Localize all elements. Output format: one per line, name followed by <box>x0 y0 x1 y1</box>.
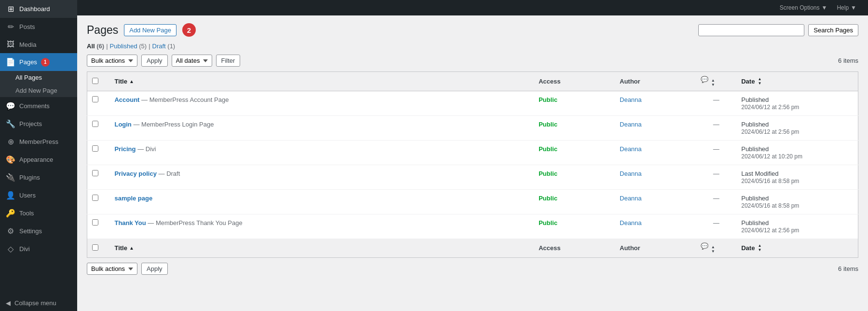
row-access-cell: Public <box>534 214 615 239</box>
search-pages-button[interactable]: Search Pages <box>808 24 858 36</box>
add-new-page-button[interactable]: Add New Page <box>124 24 176 36</box>
access-footer: Access <box>534 239 615 258</box>
row-checkbox-cell <box>87 141 110 165</box>
sidebar-item-settings[interactable]: ⚙ Settings <box>0 222 77 240</box>
page-title-link-2[interactable]: Pricing <box>114 145 136 153</box>
all-dates-select[interactable]: All dates <box>172 55 212 67</box>
comments-value-4: — <box>713 195 719 202</box>
access-value-4: Public <box>539 195 557 202</box>
title-sort-link[interactable]: Title ▲ <box>114 78 134 85</box>
page-title-link-5[interactable]: Thank You <box>114 219 146 226</box>
users-icon: 👤 <box>6 191 15 200</box>
sidebar-sub-item-all-pages[interactable]: All Pages <box>0 71 77 84</box>
filter-all[interactable]: All (6) <box>87 42 104 50</box>
row-checkbox-cell <box>87 91 110 116</box>
access-value-2: Public <box>539 145 557 153</box>
pages-icon: 📄 <box>6 57 15 67</box>
row-checkbox-0[interactable] <box>92 96 98 102</box>
row-author-cell: Deanna <box>615 165 696 190</box>
table-row: Privacy policy — Draft Public Deanna — L… <box>87 165 858 190</box>
bulk-actions-select[interactable]: Bulk actions <box>87 55 137 67</box>
table-footer-row: Title ▲ Access Author 💬 ▲▼ Date <box>87 239 858 258</box>
title-sort-arrow: ▲ <box>129 79 134 84</box>
sidebar-sub-item-add-new-page[interactable]: Add New Page <box>0 84 77 97</box>
row-title-cell: Thank You — MemberPress Thank You Page <box>109 214 533 239</box>
row-checkbox-5[interactable] <box>92 219 98 226</box>
sidebar-item-dashboard[interactable]: ⊞ Dashboard <box>0 0 77 18</box>
row-checkbox-4[interactable] <box>92 195 98 201</box>
apply-button-bottom[interactable]: Apply <box>141 263 168 275</box>
collapse-menu[interactable]: ◀ Collapse menu <box>0 295 77 311</box>
page-header: Pages Add New Page 2 Search Pages <box>87 23 858 37</box>
table-row: sample page Public Deanna — Published 20… <box>87 190 858 214</box>
settings-icon: ⚙ <box>6 226 15 236</box>
row-author-cell: Deanna <box>615 190 696 214</box>
pages-submenu: All Pages Add New Page <box>0 71 77 97</box>
date-value-2: 2024/06/12 at 10:20 pm <box>741 153 802 160</box>
sidebar-item-projects[interactable]: 🔧 Projects <box>0 115 77 133</box>
page-title-link-1[interactable]: Login <box>114 121 131 128</box>
page-title-link-4[interactable]: sample page <box>114 195 152 202</box>
author-link-2[interactable]: Deanna <box>620 145 642 153</box>
page-desc-0: — MemberPress Account Page <box>141 96 229 103</box>
access-header: Access <box>534 72 615 91</box>
select-all-checkbox[interactable] <box>92 78 98 84</box>
date-value-1: 2024/06/12 at 2:56 pm <box>741 128 799 135</box>
row-checkbox-3[interactable] <box>92 170 98 176</box>
chevron-down-icon: ▼ <box>822 4 827 11</box>
access-value-1: Public <box>539 121 557 128</box>
date-sort-link-footer[interactable]: Date ▲▼ <box>741 244 761 252</box>
sidebar-item-divi[interactable]: ◇ Divi <box>0 240 77 258</box>
author-link-4[interactable]: Deanna <box>620 195 642 202</box>
access-value-3: Public <box>539 170 557 177</box>
sidebar-item-tools[interactable]: 🔑 Tools <box>0 204 77 222</box>
comment-bubble-icon: 💬 <box>701 76 708 83</box>
search-pages-input[interactable] <box>698 24 804 36</box>
row-checkbox-1[interactable] <box>92 121 98 127</box>
posts-icon: ✏ <box>6 22 15 31</box>
sidebar-item-appearance[interactable]: 🎨 Appearance <box>0 151 77 169</box>
author-link-1[interactable]: Deanna <box>620 121 642 128</box>
row-checkbox-cell <box>87 190 110 214</box>
main-area: Screen Options ▼ Help ▼ Pages Add New Pa… <box>77 0 868 311</box>
date-footer: Date ▲▼ <box>736 239 858 258</box>
media-icon: 🖼 <box>6 40 15 49</box>
title-footer: Title ▲ <box>109 239 533 258</box>
select-all-header <box>87 72 110 91</box>
row-author-cell: Deanna <box>615 116 696 141</box>
page-title-link-3[interactable]: Privacy policy <box>114 170 156 177</box>
pages-notification-badge: 2 <box>182 23 196 37</box>
filter-button[interactable]: Filter <box>216 55 241 67</box>
sidebar-item-memberpress[interactable]: ⊕ MemberPress <box>0 133 77 151</box>
comments-value-3: — <box>713 170 719 177</box>
author-link-0[interactable]: Deanna <box>620 96 642 103</box>
row-checkbox-2[interactable] <box>92 145 98 152</box>
comments-value-2: — <box>713 145 719 153</box>
screen-options-button[interactable]: Screen Options ▼ <box>776 2 831 13</box>
filter-published[interactable]: Published (5) <box>110 42 147 50</box>
row-comments-cell: — <box>696 91 736 116</box>
row-title-cell: Privacy policy — Draft <box>109 165 533 190</box>
date-sort-link[interactable]: Date ▲▼ <box>741 77 761 85</box>
page-title-link-0[interactable]: Account <box>114 96 139 103</box>
sidebar-item-pages[interactable]: 📄 Pages 1 <box>0 53 77 71</box>
author-link-5[interactable]: Deanna <box>620 219 642 226</box>
author-link-3[interactable]: Deanna <box>620 170 642 177</box>
sidebar-item-users[interactable]: 👤 Users <box>0 186 77 204</box>
title-sort-link-footer[interactable]: Title ▲ <box>114 244 134 252</box>
row-access-cell: Public <box>534 165 615 190</box>
date-header: Date ▲▼ <box>736 72 858 91</box>
filter-draft[interactable]: Draft (1) <box>152 42 176 50</box>
sidebar-item-plugins[interactable]: 🔌 Plugins <box>0 169 77 186</box>
page-desc-3: — Draft <box>159 170 180 177</box>
sidebar-item-posts[interactable]: ✏ Posts <box>0 18 77 36</box>
plugins-icon: 🔌 <box>6 173 15 182</box>
date-status-2: Published <box>741 145 769 153</box>
table-row: Account — MemberPress Account Page Publi… <box>87 91 858 116</box>
sidebar-item-media[interactable]: 🖼 Media <box>0 36 77 53</box>
bulk-actions-select-bottom[interactable]: Bulk actions <box>87 263 137 275</box>
sidebar-item-comments[interactable]: 💬 Comments <box>0 97 77 115</box>
help-button[interactable]: Help ▼ <box>833 2 860 13</box>
apply-button-top[interactable]: Apply <box>141 55 168 67</box>
select-all-checkbox-footer[interactable] <box>92 244 98 251</box>
